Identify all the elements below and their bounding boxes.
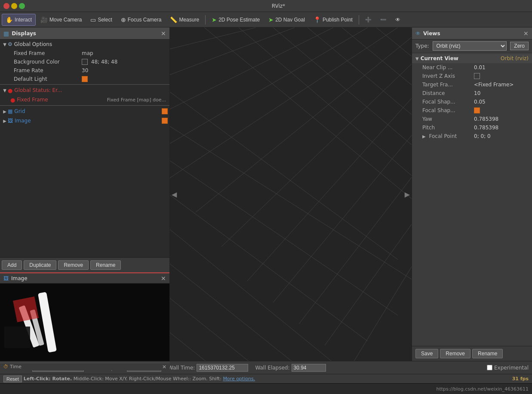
target-frame-row: Target Fra... <Fixed Frame>	[412, 80, 532, 89]
grid-checkbox[interactable]	[162, 108, 168, 114]
views-zero-btn[interactable]: Zero	[510, 42, 529, 50]
views-rename-btn[interactable]: Rename	[472, 349, 503, 358]
target-frame-label: Target Fra...	[422, 82, 474, 88]
frame-rate-value: 30	[82, 67, 169, 73]
near-clip-row: Near Clip ... 0.01	[412, 63, 532, 72]
maximize-button[interactable]	[19, 3, 25, 9]
distance-label: Distance	[422, 90, 474, 96]
viewport-arrow-left[interactable]: ◀	[170, 189, 178, 200]
displays-panel-header: ▦ Displays ✕	[0, 27, 169, 40]
experimental-checkbox[interactable]	[487, 365, 492, 370]
toolbar-publish-point-btn[interactable]: 📍 Publish Point	[310, 14, 357, 26]
grid-icon: ▦	[8, 108, 12, 114]
time-close-btn[interactable]: ✕	[162, 364, 166, 370]
svg-rect-4	[4, 327, 30, 348]
displays-header-left: ▦ Displays	[3, 30, 36, 37]
displays-tree-scroll[interactable]: ▼ ⚙ Global Options Fixed Frame map Backg…	[0, 40, 169, 257]
toolbar-measure-btn[interactable]: 📏 Measure	[166, 14, 203, 26]
near-clip-label: Near Clip ...	[422, 64, 474, 70]
reset-btn[interactable]: Reset	[3, 376, 22, 382]
views-panel: 👁 Views ✕ Type: Orbit (rviz) Zero ▼ Curr…	[412, 27, 532, 361]
viewport-arrow-right[interactable]: ▶	[403, 189, 412, 200]
invert-z-checkbox[interactable]	[474, 73, 480, 79]
main-viewport[interactable]: ◀ ▶	[170, 27, 412, 361]
close-button[interactable]	[3, 3, 9, 9]
fixed-frame-label: Fixed Frame	[0, 50, 82, 56]
toolbar-nav-goal-btn[interactable]: ➤ 2D Nav Goal	[264, 14, 309, 26]
views-panel-icon: 👁	[415, 31, 421, 37]
fixed-frame-error-value: Fixed Frame [map] doe...	[107, 97, 166, 103]
focal-point-expand[interactable]: ▶	[422, 134, 426, 139]
image-checkbox[interactable]	[162, 118, 168, 124]
current-view-expand[interactable]: ▼	[415, 56, 419, 61]
views-remove-btn[interactable]: Remove	[440, 349, 470, 358]
toolbar-view-btn[interactable]: 👁	[391, 14, 404, 26]
views-type-row: Type: Orbit (rviz) Zero	[412, 40, 532, 53]
image-panel-header: 🖼 Image ✕	[0, 273, 169, 284]
interact-icon: ✋	[6, 16, 13, 23]
invert-z-row: Invert Z Axis	[412, 72, 532, 80]
wall-elapsed-item: Wall Elapsed:	[255, 364, 326, 372]
toolbar-select-btn[interactable]: ▭ Select	[86, 14, 116, 26]
time-label: Time	[10, 364, 22, 370]
focus-camera-label: Focus Camera	[128, 17, 162, 23]
nav-goal-icon: ➤	[268, 16, 274, 23]
bg-color-swatch	[82, 59, 88, 65]
focal-point-value: 0; 0; 0	[474, 133, 529, 139]
toolbar-pose-estimate-btn[interactable]: ➤ 2D Pose Estimate	[208, 14, 264, 26]
toolbar-add-btn[interactable]: ➕	[361, 14, 375, 26]
image-item[interactable]: ▶ 🖼 Image	[0, 116, 169, 125]
toolbar-sep-1	[205, 15, 206, 24]
distance-value: 10	[474, 90, 529, 96]
content-area: ▦ Displays ✕ ▼ ⚙ Global Options Fixed Fr…	[0, 27, 532, 361]
wall-time-input[interactable]	[197, 364, 248, 372]
svg-rect-6	[170, 27, 412, 361]
global-options-expand[interactable]: ▼	[2, 41, 8, 47]
views-save-btn[interactable]: Save	[415, 349, 438, 358]
focal-point-label: ▶ Focal Point	[422, 133, 474, 139]
views-panel-title: Views	[423, 31, 440, 37]
grid-item[interactable]: ▶ ▦ Grid	[0, 107, 169, 116]
global-status-row[interactable]: ▼ ● Global Status: Er...	[0, 86, 169, 95]
views-panel-header: 👁 Views ✕	[412, 27, 532, 40]
default-light-label: Default Light	[0, 76, 82, 82]
displays-close-btn[interactable]: ✕	[161, 31, 166, 37]
focus-camera-icon: ⊕	[121, 16, 126, 23]
add-display-btn[interactable]: Add	[2, 260, 22, 270]
fixed-frame-error-row[interactable]: ● Fixed Frame Fixed Frame [map] doe...	[0, 95, 169, 104]
global-status-expand[interactable]: ▼	[2, 87, 8, 93]
wall-time-label: Wall Time:	[168, 365, 195, 371]
rename-display-btn[interactable]: Rename	[90, 260, 121, 270]
focal-shape2-value	[474, 107, 529, 114]
image-panel-icon: 🖼	[3, 275, 9, 281]
focal-shape2-checkbox[interactable]	[474, 107, 480, 113]
focal-point-row: ▶ Focal Point 0; 0; 0	[412, 132, 532, 140]
views-type-select[interactable]: Orbit (rviz)	[433, 41, 507, 51]
grid-canvas	[170, 27, 412, 361]
toolbar-minus-btn[interactable]: ➖	[376, 14, 391, 26]
toolbar-focus-camera-btn[interactable]: ⊕ Focus Camera	[117, 14, 166, 26]
fixed-frame-error-label: Fixed Frame	[17, 97, 107, 103]
window-controls[interactable]	[3, 3, 25, 9]
section-div-1	[0, 84, 169, 85]
grid-expand[interactable]: ▶	[2, 108, 8, 114]
image-panel-title-row: 🖼 Image	[3, 275, 28, 281]
default-light-checkbox[interactable]	[82, 76, 88, 82]
toolbar-interact-btn[interactable]: ✋ Interact	[2, 14, 36, 26]
current-view-header[interactable]: ▼ Current View Orbit (rviz)	[412, 54, 532, 63]
more-options-link[interactable]: More options.	[223, 376, 255, 382]
image-expand[interactable]: ▶	[2, 118, 8, 124]
views-close-btn[interactable]: ✕	[523, 31, 529, 37]
select-label: Select	[98, 17, 112, 23]
wall-elapsed-input[interactable]	[292, 364, 326, 372]
minimize-button[interactable]	[11, 3, 17, 9]
image-panel-close-btn[interactable]: ✕	[161, 275, 166, 281]
focal-shape2-label: Focal Shap...	[422, 107, 474, 113]
distance-row: Distance 10	[412, 89, 532, 98]
views-tree[interactable]: ▼ Current View Orbit (rviz) Near Clip ..…	[412, 53, 532, 346]
focal-shape1-label: Focal Shap...	[422, 99, 474, 105]
global-options-row[interactable]: ▼ ⚙ Global Options	[0, 40, 169, 49]
toolbar-move-camera-btn[interactable]: 🎥 Move Camera	[37, 14, 86, 26]
duplicate-display-btn[interactable]: Duplicate	[24, 260, 56, 270]
remove-display-btn[interactable]: Remove	[58, 260, 89, 270]
